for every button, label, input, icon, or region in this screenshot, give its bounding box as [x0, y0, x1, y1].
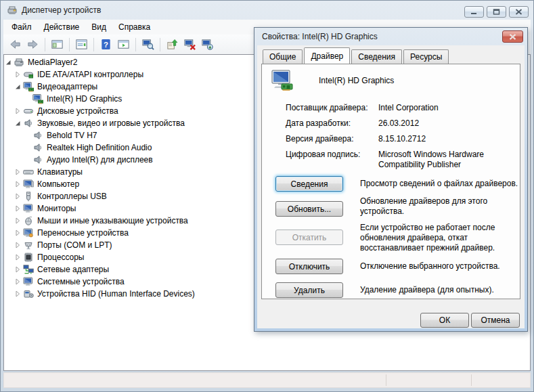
- svg-text:?: ?: [104, 41, 108, 49]
- action-pane-icon: [117, 38, 130, 51]
- tree-spacer: [24, 156, 30, 163]
- tree-item-label: Видеоадаптеры: [37, 81, 97, 93]
- menu-view[interactable]: Вид: [85, 20, 112, 34]
- status-separator: [471, 374, 472, 386]
- expander-collapsed-icon[interactable]: [14, 71, 21, 78]
- portable-device-icon: [23, 227, 34, 238]
- tree-spacer: [24, 95, 30, 102]
- expander-collapsed-icon[interactable]: [14, 169, 21, 175]
- expander-collapsed-icon[interactable]: [14, 108, 21, 114]
- usb-icon: [23, 191, 34, 202]
- console-tree-icon[interactable]: [49, 37, 66, 53]
- tree-spacer: [24, 144, 30, 151]
- scan-hardware-icon[interactable]: [199, 37, 216, 53]
- window-title: Диспетчер устройств: [22, 5, 101, 15]
- uninstall-device-icon: [183, 38, 196, 51]
- forward-icon: [26, 38, 39, 51]
- device-header: Intel(R) HD Graphics: [271, 69, 394, 92]
- expander-collapsed-icon[interactable]: [14, 278, 21, 285]
- update-driver-button[interactable]: Обновить...: [275, 201, 343, 217]
- processor-icon: [23, 252, 34, 263]
- properties-icon: [75, 38, 88, 51]
- tree-item-label: Контроллеры USB: [37, 190, 107, 202]
- maximize-button[interactable]: [487, 6, 506, 18]
- back-icon: [9, 38, 22, 51]
- help-icon[interactable]: ?: [97, 37, 114, 53]
- uninstall-driver-button[interactable]: Удалить: [275, 282, 343, 298]
- tab-strip: ОбщиеДрайверСведенияРесурсы: [263, 49, 450, 64]
- forward-icon[interactable]: [24, 37, 41, 53]
- disable-device-button[interactable]: Отключить: [275, 259, 343, 274]
- console-tree-icon: [51, 38, 64, 51]
- expander-expanded-icon[interactable]: [14, 83, 21, 90]
- display-adapter-icon: [23, 81, 34, 92]
- dialog-body: ОбщиеДрайверСведенияРесурсы Intel(R) HD …: [257, 45, 525, 328]
- minimize-button[interactable]: [464, 6, 484, 18]
- driver-details-button[interactable]: Сведения: [275, 176, 343, 192]
- tree-item-label: Звуковые, видео и игровые устройства: [37, 117, 185, 129]
- computer-icon: [23, 179, 34, 190]
- tree-spacer: [24, 132, 30, 139]
- toolbar-separator: [135, 38, 136, 51]
- expander-collapsed-icon[interactable]: [14, 290, 21, 297]
- expander-collapsed-icon[interactable]: [14, 242, 21, 248]
- expander-collapsed-icon[interactable]: [14, 266, 21, 273]
- tab-general[interactable]: Общие: [263, 49, 303, 64]
- tab-details[interactable]: Сведения: [351, 49, 402, 64]
- expander-collapsed-icon[interactable]: [14, 254, 21, 261]
- action-description: Обновление драйверов для этого устройств…: [360, 196, 529, 217]
- tree-item-label: Переносные устройства: [37, 227, 129, 239]
- driver-info-label: Версия драйвера:: [286, 134, 377, 144]
- help-icon: ?: [99, 38, 112, 51]
- tab-resources[interactable]: Ресурсы: [403, 49, 449, 64]
- dialog-title: Свойства: Intel(R) HD Graphics: [262, 32, 378, 41]
- roll-back-driver-button: Откатить: [275, 230, 343, 245]
- driver-info-label: Цифровая подпись:: [286, 150, 377, 159]
- scan-computer-icon[interactable]: [139, 37, 156, 53]
- dialog-close-button[interactable]: [502, 30, 523, 43]
- network-adapter-icon: [23, 264, 34, 275]
- toolbar-separator: [160, 38, 160, 51]
- tree-item-label: IDE ATA/ATAPI контроллеры: [37, 68, 143, 81]
- dialog-titlebar[interactable]: Свойства: Intel(R) HD Graphics: [254, 28, 527, 45]
- tree-item-label: MediaPlayer2: [28, 56, 77, 68]
- tree-item-label: Realtek High Definition Audio: [47, 141, 152, 154]
- device-name: Intel(R) HD Graphics: [319, 76, 394, 85]
- audio-device-icon: [32, 154, 43, 165]
- expander-expanded-icon[interactable]: [14, 120, 21, 127]
- action-description: Если устройство не работает после обновл…: [360, 223, 529, 253]
- computer-root-icon: [14, 57, 24, 68]
- titlebar[interactable]: Диспетчер устройств: [1, 1, 533, 20]
- tree-item-label: Процессоры: [37, 251, 85, 263]
- tree-item-label: Клавиатуры: [37, 166, 83, 178]
- menu-help[interactable]: Справка: [112, 20, 156, 34]
- mouse-icon: [23, 215, 34, 226]
- scan-hardware-icon: [201, 38, 214, 51]
- close-icon[interactable]: [509, 6, 529, 18]
- driver-info-label: Поставщик драйвера:: [286, 103, 377, 112]
- uninstall-device-icon[interactable]: [181, 37, 198, 53]
- action-pane-icon[interactable]: [115, 37, 132, 53]
- tree-item-label: Устройства HID (Human Interface Devices): [37, 288, 195, 300]
- expander-expanded-icon[interactable]: [5, 59, 12, 66]
- expander-collapsed-icon[interactable]: [14, 205, 21, 212]
- expander-collapsed-icon[interactable]: [14, 181, 21, 188]
- menu-action[interactable]: Действие: [38, 20, 86, 34]
- disk-drive-icon: [23, 106, 34, 116]
- update-driver-icon[interactable]: [164, 37, 181, 53]
- cancel-button[interactable]: Отмена: [471, 313, 520, 328]
- system-device-icon: [23, 276, 34, 287]
- properties-icon[interactable]: [73, 37, 90, 53]
- driver-info-value: 8.15.10.2712: [378, 134, 522, 144]
- expander-collapsed-icon[interactable]: [14, 217, 21, 224]
- ok-button[interactable]: ОК: [420, 313, 469, 328]
- action-description: Просмотр сведений о файлах драйверов.: [360, 179, 529, 189]
- driver-info-value: 26.03.2012: [378, 118, 522, 129]
- expander-collapsed-icon[interactable]: [14, 193, 21, 200]
- display-adapter-icon: [32, 93, 43, 104]
- expander-collapsed-icon[interactable]: [14, 230, 21, 236]
- back-icon[interactable]: [7, 37, 24, 53]
- menu-file[interactable]: Файл: [5, 20, 38, 34]
- status-separator: [386, 374, 386, 386]
- tab-driver[interactable]: Драйвер: [304, 47, 350, 64]
